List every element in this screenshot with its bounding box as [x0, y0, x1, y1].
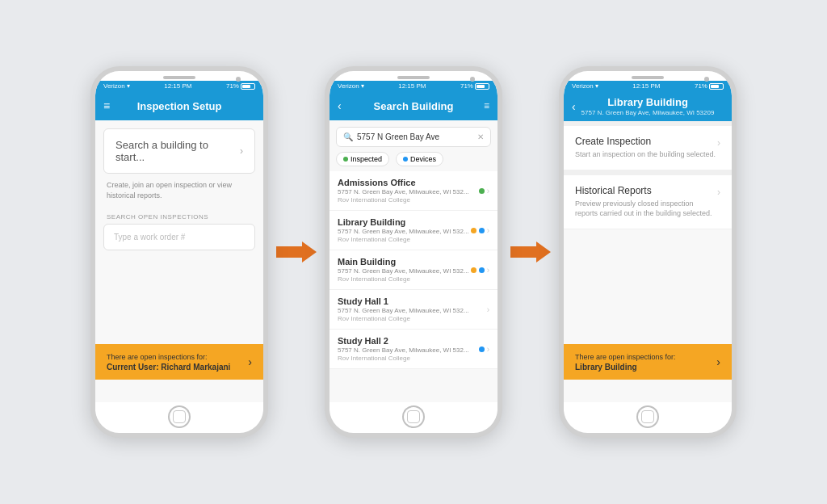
building-name-studyhall2: Study Hall 2	[338, 336, 479, 346]
time-1: 12:15 PM	[164, 82, 191, 90]
building-item-main[interactable]: Main Building 5757 N. Green Bay Ave, Mil…	[330, 250, 497, 290]
phone-content-2: 🔍 5757 N Green Bay Ave ✕ Inspected Devic…	[330, 120, 497, 402]
detail-chevron-create: ›	[717, 137, 720, 149]
battery-pct-1: 71%	[226, 82, 239, 90]
library-chevron: ›	[487, 226, 489, 235]
app-header-3: ‹ Library Building 5757 N. Green Bay Ave…	[564, 91, 732, 121]
wifi-icon-3: ▾	[595, 82, 598, 90]
battery-fill-2	[476, 85, 485, 88]
devices-dot	[403, 157, 408, 162]
filter-tab-devices[interactable]: Devices	[396, 152, 443, 166]
phone-camera-2	[470, 77, 475, 82]
clear-icon-2[interactable]: ✕	[477, 132, 484, 141]
building-item-studyhall1[interactable]: Study Hall 1 5757 N. Green Bay Ave, Milw…	[330, 290, 497, 330]
menu-icon-1[interactable]: ≡	[103, 99, 110, 112]
library-dot-blue	[479, 228, 485, 233]
svg-marker-1	[510, 242, 551, 262]
building-info-main: Main Building 5757 N. Green Bay Ave, Mil…	[338, 257, 471, 283]
header-title-1: Inspection Setup	[137, 100, 222, 112]
filter-tab-inspected[interactable]: Inspected	[336, 152, 389, 166]
building-addr-studyhall1: 5757 N. Green Bay Ave, Milwaukee, WI 532…	[338, 307, 487, 314]
phone-2: Verizon ▾ 12:15 PM 71% ‹ Search Building…	[325, 66, 502, 438]
banner-chevron-1: ›	[248, 355, 252, 368]
back-icon-3[interactable]: ‹	[572, 100, 576, 113]
status-bar-3: Verizon ▾ 12:15 PM 71%	[564, 81, 732, 91]
admissions-dot-inspected	[479, 188, 485, 194]
battery-fill-1	[242, 85, 250, 88]
main-dot-blue	[479, 267, 485, 273]
building-addr-library: 5757 N. Green Bay Ave, Milwaukee, WI 532…	[338, 228, 471, 235]
building-name-studyhall1: Study Hall 1	[338, 296, 487, 306]
building-org-studyhall2: Rov International College	[338, 355, 479, 362]
building-list: Admissions Office 5757 N. Green Bay Ave,…	[330, 171, 497, 402]
battery-fill-3	[711, 85, 719, 88]
home-button-3[interactable]	[636, 405, 659, 428]
inspected-label: Inspected	[351, 155, 382, 163]
phone-content-1: Search a building to start... › Create, …	[95, 120, 263, 402]
building-info-admissions: Admissions Office 5757 N. Green Bay Ave,…	[338, 178, 479, 204]
home-button-2[interactable]	[402, 405, 425, 428]
header-title-2: Search Building	[374, 100, 454, 112]
phone-bottom-1	[95, 402, 263, 433]
building-org-studyhall1: Rov International College	[338, 315, 487, 322]
battery-bar-3	[709, 83, 724, 90]
detail-desc-create: Start an inspection on the building sele…	[575, 149, 717, 160]
scene: Verizon ▾ 12:15 PM 71% ≡ Inspection Setu…	[0, 0, 827, 504]
arrow-2	[510, 240, 551, 264]
detail-item-create-inspection[interactable]: Create Inspection Start an inspection on…	[564, 126, 732, 170]
app-header-1: ≡ Inspection Setup	[95, 91, 263, 120]
battery-bar-2	[475, 83, 489, 90]
phone-speaker-2	[397, 76, 430, 79]
banner-building-3: Library Building	[575, 363, 676, 372]
search-building-button[interactable]: Search a building to start... ›	[103, 128, 255, 174]
section-label-1: SEARCH OPEN INSPECTIONS	[95, 208, 263, 224]
work-order-input[interactable]: Type a work order #	[103, 224, 255, 250]
home-button-inner-3	[641, 410, 654, 423]
battery-pct-3: 71%	[695, 82, 707, 90]
arrow-1	[276, 240, 317, 264]
phone-content-3: Create Inspection Start an inspection on…	[564, 121, 732, 402]
filter-icon-2[interactable]: ≡	[484, 100, 489, 111]
home-button-1[interactable]	[168, 405, 191, 428]
search-bar-2[interactable]: 🔍 5757 N Green Bay Ave ✕	[336, 127, 491, 147]
battery-bar-1	[241, 83, 255, 90]
back-icon-2[interactable]: ‹	[338, 99, 342, 112]
studyhall2-dot-blue	[479, 346, 485, 352]
phone-top-2	[330, 71, 497, 81]
phone-top-1	[95, 71, 263, 81]
building-name-admissions: Admissions Office	[338, 178, 479, 187]
status-bar-1: Verizon ▾ 12:15 PM 71%	[95, 81, 263, 91]
svg-marker-0	[276, 242, 317, 262]
battery-pct-2: 71%	[460, 82, 473, 90]
phone-speaker-3	[632, 76, 664, 79]
banner-prefix-1: There are open inspections for:	[107, 352, 230, 363]
open-inspections-banner-1[interactable]: There are open inspections for: Current …	[95, 344, 263, 380]
wifi-icon-1: ▾	[127, 82, 130, 90]
building-addr-studyhall2: 5757 N. Green Bay Ave, Milwaukee, WI 532…	[338, 346, 479, 354]
time-2: 12:15 PM	[398, 82, 426, 90]
banner-user-1: Current User: Richard Markajani	[107, 363, 230, 372]
admissions-chevron: ›	[487, 187, 489, 195]
building-addr-main: 5757 N. Green Bay Ave, Milwaukee, WI 532…	[338, 267, 471, 275]
building-icons-admissions: ›	[479, 187, 489, 195]
phone-bottom-3	[564, 402, 732, 433]
detail-item-historical-reports[interactable]: Historical Reports Preview previously cl…	[564, 175, 732, 229]
building-icons-library: ›	[471, 226, 489, 235]
building-name-main: Main Building	[338, 257, 471, 267]
header-title-3: Library Building	[607, 96, 688, 108]
studyhall1-chevron: ›	[487, 305, 489, 314]
building-info-studyhall1: Study Hall 1 5757 N. Green Bay Ave, Milw…	[338, 296, 487, 322]
building-item-studyhall2[interactable]: Study Hall 2 5757 N. Green Bay Ave, Milw…	[330, 330, 497, 369]
wifi-icon-2: ▾	[361, 82, 364, 90]
phone-bottom-2	[330, 402, 497, 433]
banner-chevron-3: ›	[716, 355, 720, 368]
search-building-label: Search a building to start...	[115, 139, 240, 163]
devices-label: Devices	[410, 155, 436, 163]
open-inspections-banner-3[interactable]: There are open inspections for: Library …	[564, 344, 732, 380]
building-org-library: Rov International College	[338, 236, 471, 243]
building-org-admissions: Rov International College	[338, 196, 479, 204]
building-item-library[interactable]: Library Building 5757 N. Green Bay Ave, …	[330, 211, 497, 250]
building-item-admissions[interactable]: Admissions Office 5757 N. Green Bay Ave,…	[330, 171, 497, 211]
building-icons-studyhall2: ›	[479, 345, 489, 354]
library-dot-orange	[471, 228, 476, 233]
